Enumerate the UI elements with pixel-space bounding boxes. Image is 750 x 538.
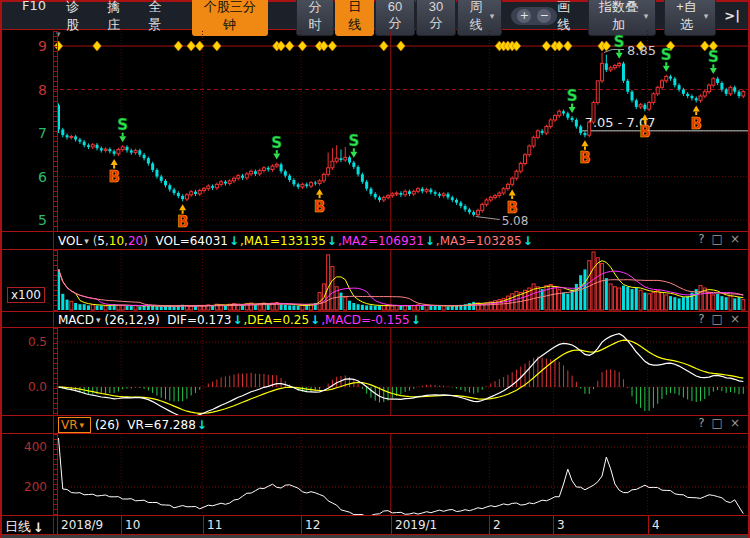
svg-text:B: B [177,213,188,231]
indicator-value: ,MACD=-0.155 [321,313,410,327]
arrow-down-icon: ↓ [523,234,533,248]
arrow-down-icon: ↓ [310,313,320,327]
pane-divider [0,433,750,434]
zoom-out-button[interactable]: − [537,9,551,23]
menu-item-3[interactable]: 全景 [148,0,169,34]
indicator-value: ,MA1=133135 [240,234,326,248]
time-axis-tick [648,516,649,534]
indicator-params: (26,12,9) [105,313,160,327]
svg-text:B: B [314,198,325,216]
svg-text:S: S [567,87,578,105]
vr-pane-header: VR▾ (26) VR=67.288 ↓?□× [0,416,750,433]
arrow-down-icon: ↓ [229,234,239,248]
period-indicator[interactable]: 日线 ↓ [5,518,44,536]
period-tab-label: 60分 [383,0,407,32]
menu-item-1[interactable]: 诊股 [66,0,87,34]
axis-label: 8 [0,83,47,97]
time-axis-label: 10 [125,518,140,532]
axis-label: 9 [0,39,47,53]
arrow-down-icon: ↓ [33,520,44,535]
indicator-params: 20 [128,234,143,248]
chevron-down-icon: ▾ [84,236,89,246]
svg-text:S: S [348,132,359,150]
indicator-selector[interactable]: VR▾ [58,417,91,433]
zoom-in-button[interactable]: + [517,9,531,23]
maximize-icon[interactable]: □ [712,232,723,246]
indicator-params: 10 [109,234,124,248]
period-tab-label: 分时 [304,0,327,34]
time-axis-label: 4 [652,518,660,532]
volume-chart[interactable] [0,250,750,311]
collapse-panel-icon[interactable]: >| [724,8,740,23]
pane-divider [0,249,750,250]
zoom-controls: + − [511,7,557,25]
toolbar: F10诊股擒庄全景 个股三分钟 分时日线60分30分周线▾ + − 画线 指数叠… [2,2,748,30]
period-tab-label: 日线 [343,0,366,34]
stock-chart-window: F10诊股擒庄全景 个股三分钟 分时日线60分30分周线▾ + − 画线 指数叠… [0,0,750,538]
svg-text:S: S [661,46,672,64]
close-icon[interactable]: × [730,416,740,430]
svg-text:S: S [708,48,719,66]
price-axis-ticks [53,31,57,231]
main-price-chart[interactable]: 7.05 - 7.07BBBBBBBSSSSSSS8.855.08 [0,31,750,231]
axis-label: 400 [0,440,47,454]
axis-label: 200 [0,480,47,494]
time-axis-tick [57,516,58,534]
help-icon[interactable]: ? [698,416,704,430]
volume-bars [57,252,745,310]
vr-chart[interactable] [0,434,750,515]
help-icon[interactable]: ? [698,312,704,326]
menu-item-2[interactable]: 擒庄 [107,0,128,34]
svg-text:8.85: 8.85 [627,43,656,58]
axis-label: 7 [0,126,47,140]
time-axis-label: 12 [305,518,320,532]
axis-label: 5 [0,213,47,227]
chevron-down-icon: ▾ [644,11,649,21]
maximize-icon[interactable]: □ [712,312,723,326]
chevron-down-icon: ▾ [80,420,85,430]
menu-item-0[interactable]: F10 [22,0,46,34]
vr-line [59,438,744,515]
indicator-params: 5 [97,234,105,248]
indicator-value: VR=67.288 [127,418,196,432]
axis-label: 0.0 [0,380,47,394]
volume-axis-ticks [53,250,57,311]
close-icon[interactable]: × [730,312,740,326]
time-axis-label: 2 [493,518,501,532]
indicator-name[interactable]: VOL [58,234,82,248]
close-icon[interactable]: × [730,232,740,246]
time-axis-tick [391,516,392,534]
time-axis-label: 3 [557,518,565,532]
svg-text:B: B [579,149,590,167]
period-label: 日线 [5,518,31,536]
svg-text:B: B [691,115,702,133]
macd-axis-ticks [53,328,57,415]
add-watchlist-label: +自选 [672,0,701,34]
svg-text:B: B [108,168,119,186]
time-axis-tick [121,516,122,534]
chevron-down-icon: ▾ [704,11,709,21]
maximize-icon[interactable]: □ [712,416,723,430]
help-icon[interactable]: ? [698,232,704,246]
draw-line-button[interactable]: 画线 [557,0,580,34]
time-axis: 2018/91011122019/1234 [0,516,750,534]
axis-label: 6 [0,170,47,184]
arrow-down-icon: ↓ [232,313,242,327]
macd-pane-header: MACD▾(26,12,9) DIF=0.173 ↓,DEA=0.25 ↓,MA… [0,312,750,327]
period-tab-label: 30分 [424,0,448,32]
toolbar-menu: F10诊股擒庄全景 [2,0,170,34]
time-axis-tick [301,516,302,534]
pane-divider [0,327,750,328]
indicator-name: VR [61,418,78,432]
svg-text:B: B [639,123,650,141]
indicator-value: ,MA2=106931 [338,234,424,248]
svg-text:S: S [614,33,625,51]
macd-chart[interactable] [0,328,750,415]
svg-text:S: S [117,116,128,134]
period-tab-label: 周线 [465,0,487,34]
chevron-down-icon: ▾ [96,315,101,325]
svg-text:5.08: 5.08 [502,214,529,228]
indicator-value: VOL=64031 [156,234,228,248]
indicator-name[interactable]: MACD [58,313,94,327]
arrow-down-icon: ↓ [327,234,337,248]
